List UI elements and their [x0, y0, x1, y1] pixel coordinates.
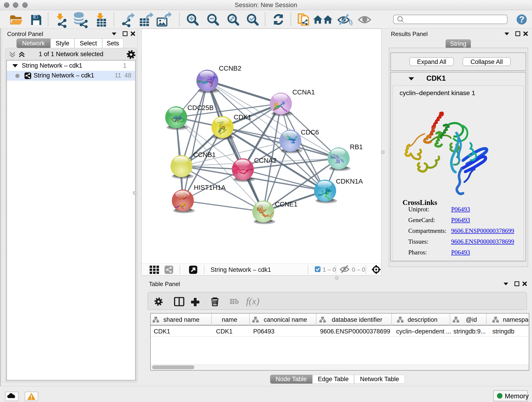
svg-text:P06493: P06493: [253, 328, 274, 335]
svg-text:9606.ENSP00000378699: 9606.ENSP00000378699: [320, 328, 390, 335]
svg-text:String Network – cdk1: String Network – cdk1: [210, 266, 271, 273]
svg-text:description: description: [408, 316, 438, 323]
svg-text:CCNA1: CCNA1: [292, 89, 315, 96]
svg-text:stringdb: stringdb: [492, 328, 514, 335]
svg-text:@id: @id: [466, 316, 477, 323]
svg-text:CCNB1: CCNB1: [193, 151, 215, 158]
svg-text:CCNE1: CCNE1: [275, 201, 298, 208]
svg-text:CDC25B: CDC25B: [187, 104, 214, 111]
svg-text:CDKN1A: CDKN1A: [336, 178, 363, 185]
svg-text:f(x): f(x): [246, 297, 259, 306]
svg-text:cyclin–dependent ...: cyclin–dependent ...: [396, 328, 451, 335]
svg-text:CDK1: CDK1: [234, 114, 251, 121]
svg-text:canonical name: canonical name: [264, 316, 307, 323]
svg-text:name: name: [222, 316, 237, 323]
svg-text:shared name: shared name: [163, 316, 200, 323]
svg-text:1 – 0: 1 – 0: [323, 266, 336, 273]
svg-text:CDK1: CDK1: [154, 328, 170, 335]
svg-text:namespac: namespac: [503, 316, 529, 323]
svg-text:CDC6: CDC6: [301, 128, 319, 136]
svg-text:CCNA2: CCNA2: [254, 157, 277, 164]
svg-text:RB1: RB1: [350, 143, 363, 151]
svg-text:?: ?: [519, 15, 524, 24]
svg-text:stringdb:9...: stringdb:9...: [453, 328, 486, 335]
svg-text:HIST1H1A: HIST1H1A: [194, 184, 226, 191]
svg-text:CDK1: CDK1: [216, 328, 233, 335]
svg-text:0 – 0: 0 – 0: [352, 266, 365, 273]
svg-text:database identifier: database identifier: [332, 316, 382, 323]
svg-text:CCNB2: CCNB2: [219, 65, 241, 72]
